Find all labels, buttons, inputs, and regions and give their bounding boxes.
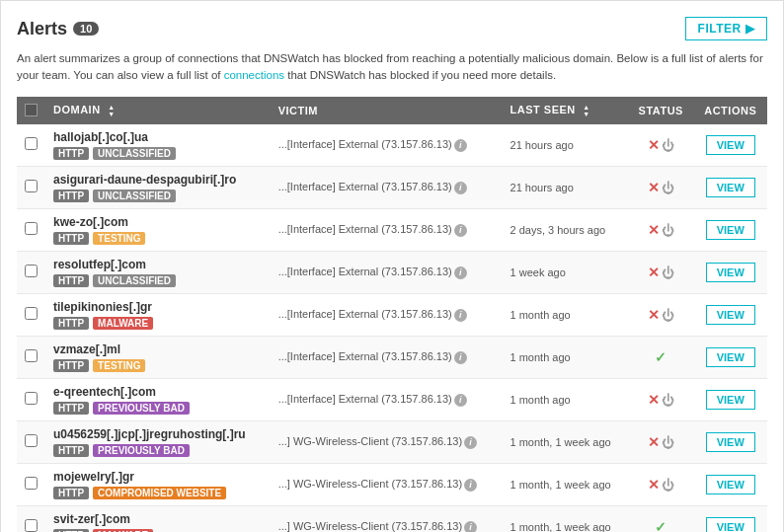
table-row: asigurari-daune-despagubiri[.]roHTTPUNCL…	[17, 166, 767, 208]
row-checkbox[interactable]	[25, 137, 38, 150]
info-icon[interactable]: i	[454, 224, 467, 237]
view-button[interactable]: VIEW	[706, 263, 755, 282]
description-text: An alert summarizes a group of connectio…	[17, 50, 767, 85]
victim-text: ...] WG-Wireless-Client (73.157.86.13)	[278, 478, 462, 490]
info-icon[interactable]: i	[454, 139, 467, 152]
connections-link[interactable]: connections	[224, 69, 284, 81]
row-checkbox[interactable]	[25, 180, 38, 192]
domain-name: resolutfep[.]com	[53, 258, 263, 271]
title-text: Alerts	[17, 19, 67, 39]
last-seen-cell: 1 month, 1 week ago	[503, 505, 629, 532]
x-icon: ✕	[648, 137, 660, 153]
x-icon: ✕	[648, 307, 660, 323]
last-seen-text: 21 hours ago	[510, 182, 574, 193]
domain-name: vzmaze[.]ml	[53, 342, 263, 356]
domain-sort-arrows[interactable]: ▲▼	[108, 104, 115, 117]
row-checkbox-cell	[17, 251, 45, 293]
last-seen-cell: 1 month ago	[503, 293, 629, 336]
last-seen-text: 21 hours ago	[510, 139, 574, 151]
tag-http: HTTP	[53, 232, 89, 245]
victim-text: ...[Interface] External (73.157.86.13)	[278, 181, 452, 192]
info-icon[interactable]: i	[454, 351, 467, 364]
select-all-checkbox[interactable]	[25, 104, 38, 116]
header-row: Alerts 10 FILTER ▶	[17, 17, 767, 40]
view-button[interactable]: VIEW	[706, 432, 755, 452]
header-victim: VICTIM	[271, 97, 503, 124]
victim-cell: ...] WG-Wireless-Client (73.157.86.13)i	[271, 420, 503, 463]
plug-icon[interactable]: ⏻	[662, 181, 674, 195]
tag-http: HTTP	[53, 317, 89, 330]
row-checkbox[interactable]	[25, 519, 38, 532]
row-checkbox[interactable]	[25, 477, 38, 490]
info-icon[interactable]: i	[464, 479, 477, 492]
row-checkbox[interactable]	[25, 349, 38, 362]
view-button[interactable]: VIEW	[706, 347, 755, 367]
tag-previously-bad: PREVIOUSLY BAD	[93, 402, 190, 415]
domain-name: u0456259[.]jcp[.]jregruhosting[.]ru	[53, 427, 263, 441]
last-seen-text: 1 month, 1 week ago	[510, 521, 611, 532]
tag-compromised: COMPROMISED WEBSITE	[93, 487, 226, 499]
view-button[interactable]: VIEW	[706, 178, 755, 197]
alert-count-badge: 10	[73, 22, 99, 36]
tag-http: HTTP	[53, 190, 89, 202]
tag-testing: TESTING	[93, 232, 145, 245]
last-seen-cell: 1 month, 1 week ago	[503, 463, 629, 505]
view-button[interactable]: VIEW	[706, 475, 755, 494]
plug-icon[interactable]: ⏻	[662, 435, 674, 450]
actions-cell: VIEW	[693, 378, 767, 420]
victim-cell: ...[Interface] External (73.157.86.13)i	[271, 378, 503, 420]
tag-http: HTTP	[53, 444, 89, 457]
row-checkbox-cell	[17, 378, 45, 420]
last-seen-cell: 21 hours ago	[503, 166, 629, 208]
row-checkbox[interactable]	[25, 222, 38, 235]
last-seen-sort-arrows[interactable]: ▲▼	[583, 104, 589, 117]
actions-cell: VIEW	[693, 420, 767, 463]
info-icon[interactable]: i	[454, 309, 467, 322]
row-checkbox-cell	[17, 336, 45, 378]
info-icon[interactable]: i	[454, 394, 467, 407]
view-button[interactable]: VIEW	[706, 135, 755, 155]
domain-cell: asigurari-daune-despagubiri[.]roHTTPUNCL…	[45, 166, 271, 208]
view-button[interactable]: VIEW	[706, 305, 755, 325]
row-checkbox-cell	[17, 166, 45, 208]
view-button[interactable]: VIEW	[706, 220, 755, 240]
tag-malware: MALWARE	[93, 317, 153, 330]
view-button[interactable]: VIEW	[706, 390, 755, 410]
row-checkbox[interactable]	[25, 392, 38, 405]
row-checkbox[interactable]	[25, 265, 38, 277]
row-checkbox[interactable]	[25, 307, 38, 320]
actions-cell: VIEW	[693, 124, 767, 167]
plug-icon[interactable]: ⏻	[662, 308, 674, 323]
domain-cell: svit-zer[.]comHTTPMALWARE	[45, 505, 271, 532]
plug-icon[interactable]: ⏻	[662, 223, 674, 238]
domain-cell: hallojab[.]co[.]uaHTTPUNCLASSIFIED	[45, 124, 271, 167]
x-icon: ✕	[648, 434, 660, 450]
tag-http: HTTP	[53, 274, 89, 287]
tag-previously-bad: PREVIOUSLY BAD	[93, 444, 190, 457]
victim-cell: ...[Interface] External (73.157.86.13)i	[271, 124, 503, 167]
info-icon[interactable]: i	[464, 436, 477, 449]
plug-icon[interactable]: ⏻	[662, 478, 674, 493]
domain-cell: e-qreentech[.]comHTTPPREVIOUSLY BAD	[45, 378, 271, 420]
filter-button[interactable]: FILTER ▶	[685, 17, 767, 40]
plug-icon[interactable]: ⏻	[662, 266, 674, 280]
victim-cell: ...[Interface] External (73.157.86.13)i	[271, 293, 503, 336]
domain-cell: resolutfep[.]comHTTPUNCLASSIFIED	[45, 251, 271, 293]
victim-text: ...] WG-Wireless-Client (73.157.86.13)	[278, 435, 462, 447]
plug-icon[interactable]: ⏻	[662, 393, 674, 408]
victim-text: ...[Interface] External (73.157.86.13)	[278, 138, 452, 150]
row-checkbox[interactable]	[25, 434, 38, 447]
info-icon[interactable]: i	[464, 521, 477, 532]
victim-cell: ...[Interface] External (73.157.86.13)i	[271, 336, 503, 378]
last-seen-cell: 1 week ago	[503, 251, 629, 293]
plug-icon[interactable]: ⏻	[662, 138, 674, 153]
actions-cell: VIEW	[693, 293, 767, 336]
view-button[interactable]: VIEW	[706, 517, 755, 532]
table-row: u0456259[.]jcp[.]jregruhosting[.]ruHTTPP…	[17, 420, 767, 463]
info-icon[interactable]: i	[454, 266, 467, 279]
domain-cell: kwe-zo[.]comHTTPTESTING	[45, 208, 271, 251]
info-icon[interactable]: i	[454, 182, 467, 194]
header-domain: DOMAIN ▲▼	[45, 97, 271, 124]
actions-cell: VIEW	[693, 251, 767, 293]
tag-testing: TESTING	[93, 359, 145, 372]
